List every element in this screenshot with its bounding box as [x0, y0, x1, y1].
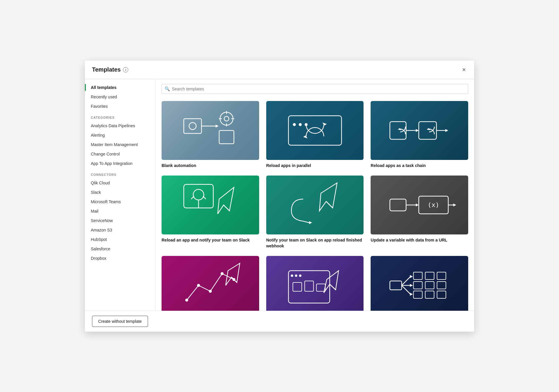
sidebar-connector-hubspot[interactable]: HubSpot	[85, 235, 155, 244]
template-card-reload-apps-taskchain[interactable]: Reload apps as a task chain	[371, 101, 468, 169]
template-label-reload-apps-taskchain: Reload apps as a task chain	[371, 163, 468, 169]
svg-point-52	[299, 274, 301, 277]
sidebar-category-change-control[interactable]: Change Control	[85, 149, 155, 159]
template-image-notify-slack-webhook	[266, 176, 364, 234]
template-card-reload-notify-slack[interactable]: Reload an app and notify your team on Sl…	[162, 176, 259, 249]
modal-title-area: Templates i	[92, 66, 128, 73]
template-card-notify-teams-measure[interactable]: Notify your team on Microsoft Teams base…	[162, 256, 259, 310]
categories-section-label: CATEGORIES	[85, 111, 155, 121]
svg-rect-55	[316, 284, 325, 291]
svg-marker-32	[319, 183, 337, 211]
svg-marker-15	[303, 135, 308, 138]
template-label-blank-automation: Blank automation	[162, 163, 259, 169]
template-card-reload-apps-parallel[interactable]: Reload apps in parallel	[266, 101, 364, 169]
svg-marker-34	[309, 221, 312, 224]
svg-line-33	[326, 201, 333, 208]
svg-rect-11	[288, 116, 341, 145]
svg-text:(x): (x)	[428, 201, 440, 209]
svg-line-31	[223, 205, 229, 211]
sidebar-item-recently-used[interactable]: Recently used	[85, 92, 155, 102]
svg-marker-37	[416, 204, 419, 206]
sidebar-connector-servicenow[interactable]: ServiceNow	[85, 216, 155, 225]
svg-marker-63	[410, 284, 413, 287]
svg-point-51	[295, 274, 297, 277]
template-card-blank-automation[interactable]: Blank automation	[162, 101, 259, 169]
svg-marker-16	[322, 123, 327, 125]
templates-modal: Templates i × All templatesRecently used…	[85, 61, 474, 332]
svg-rect-65	[414, 272, 422, 279]
template-image-blank-automation	[162, 101, 259, 160]
template-image-distribute-measures	[371, 256, 468, 310]
svg-marker-4	[216, 125, 218, 128]
svg-line-57	[330, 284, 336, 290]
svg-line-48	[231, 277, 237, 282]
close-button[interactable]: ×	[461, 65, 467, 74]
svg-rect-72	[425, 291, 434, 298]
svg-point-44	[209, 290, 212, 293]
svg-point-13	[299, 123, 302, 126]
template-label-update-variable-url: Update a variable with data from a URL	[371, 237, 468, 243]
sidebar-connector-amazon-s3[interactable]: Amazon S3	[85, 225, 155, 235]
svg-rect-70	[437, 282, 446, 289]
sidebar-connectors: Qlik CloudSlackMicrosoft TeamsMailServic…	[85, 178, 155, 263]
svg-rect-0	[184, 119, 201, 133]
svg-marker-30	[218, 187, 234, 214]
template-image-reload-notify-slack	[162, 176, 259, 234]
create-without-template-button[interactable]: Create without template	[92, 316, 148, 327]
svg-point-42	[185, 299, 188, 302]
sidebar-item-favorites[interactable]: Favorites	[85, 102, 155, 111]
template-image-notify-teams-measure	[162, 256, 259, 310]
main-content: 🔍 Blank automation	[156, 79, 474, 311]
svg-line-28	[203, 196, 206, 199]
template-image-notify-teams-multiple	[266, 256, 364, 310]
modal-footer: Create without template	[85, 311, 474, 332]
sidebar-category-analytics[interactable]: Analytics Data Pipelines	[85, 121, 155, 130]
svg-point-26	[193, 189, 204, 200]
svg-line-61	[402, 285, 411, 294]
sidebar-item-all-templates[interactable]: All templates	[85, 83, 155, 92]
svg-rect-35	[390, 199, 406, 211]
info-icon[interactable]: i	[123, 67, 128, 72]
modal-header: Templates i ×	[85, 61, 474, 79]
svg-rect-53	[293, 282, 302, 291]
svg-line-27	[191, 196, 194, 199]
svg-marker-62	[410, 275, 413, 278]
svg-rect-71	[414, 291, 422, 298]
search-bar: 🔍	[156, 79, 474, 99]
modal-title-text: Templates	[92, 66, 121, 73]
sidebar-connector-qlik-cloud[interactable]: Qlik Cloud	[85, 178, 155, 188]
svg-point-12	[293, 123, 296, 126]
svg-marker-24	[445, 129, 448, 132]
sidebar-connector-dropbox[interactable]: Dropbox	[85, 254, 155, 263]
sidebar: All templatesRecently usedFavorites CATE…	[85, 79, 156, 311]
sidebar-category-alerting[interactable]: Alerting	[85, 130, 155, 140]
svg-marker-47	[226, 263, 240, 285]
svg-point-1	[189, 123, 196, 130]
svg-rect-58	[390, 281, 402, 290]
template-card-notify-slack-webhook[interactable]: Notify your team on Slack on app reload …	[266, 176, 364, 249]
sidebar-connector-mail[interactable]: Mail	[85, 206, 155, 216]
sidebar-category-app-integration[interactable]: App To App Integration	[85, 159, 155, 168]
sidebar-connector-slack[interactable]: Slack	[85, 188, 155, 197]
template-card-distribute-measures[interactable]: Distribute measures from one app to all …	[371, 256, 468, 310]
template-card-update-variable-url[interactable]: (x) Update a variable with data from a U…	[371, 176, 468, 249]
svg-point-5	[220, 112, 233, 125]
template-label-reload-notify-slack: Reload an app and notify your team on Sl…	[162, 237, 259, 243]
svg-point-50	[291, 274, 293, 277]
svg-rect-73	[437, 291, 446, 298]
sidebar-category-master-item[interactable]: Master Item Management	[85, 140, 155, 149]
sidebar-connector-microsoft-teams[interactable]: Microsoft Teams	[85, 197, 155, 206]
template-image-reload-apps-taskchain	[371, 101, 468, 160]
svg-point-45	[221, 272, 223, 275]
svg-point-43	[197, 284, 200, 287]
search-input[interactable]	[162, 84, 468, 94]
svg-rect-49	[288, 271, 330, 303]
svg-rect-68	[414, 282, 422, 289]
template-label-notify-slack-webhook: Notify your team on Slack on app reload …	[266, 237, 364, 249]
template-image-update-variable-url: (x)	[371, 176, 468, 234]
template-card-notify-teams-multiple[interactable]: Notify your team on Microsoft Teams with…	[266, 256, 364, 310]
sidebar-connector-salesforce[interactable]: Salesforce	[85, 244, 155, 254]
sidebar-nav: All templatesRecently usedFavorites	[85, 83, 155, 111]
svg-marker-64	[410, 293, 413, 296]
svg-rect-2	[219, 130, 234, 144]
